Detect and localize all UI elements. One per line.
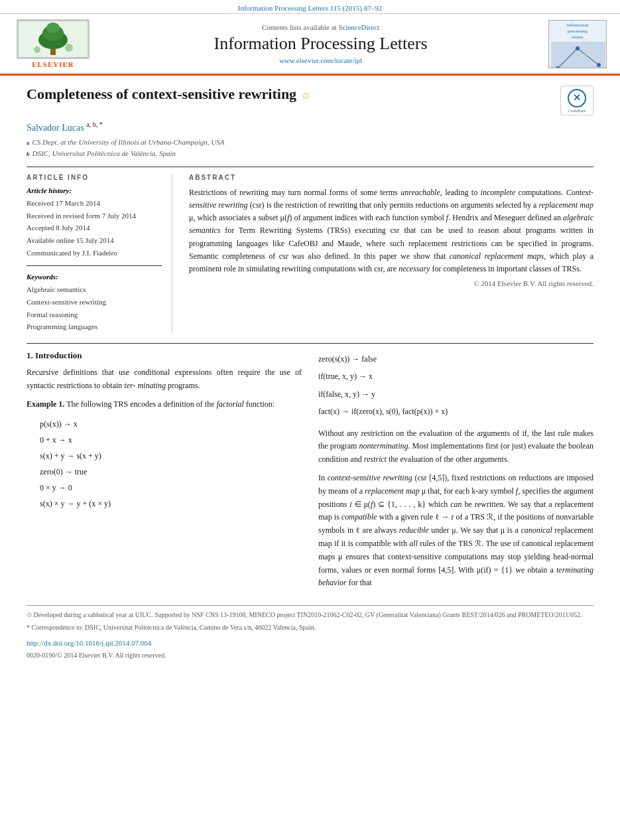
affiliation-b: b DSIC, Universitat Politècnica de Valèn…: [27, 148, 593, 160]
example-label: Example 1.: [27, 399, 64, 409]
footnote-correspondence: * Correspondence to: DSIC, Universitat P…: [27, 622, 593, 632]
affiliation-a: a CS Dept. at the University of Illinois…: [27, 137, 593, 149]
keyword-4: Programming languages: [27, 320, 162, 333]
main-content: 1. Introduction Recursive definitions th…: [27, 350, 593, 595]
keyword-1: Algebraic semantics: [27, 283, 162, 296]
footnotes-left: ✩ Developed during a sabbatical year at …: [27, 610, 593, 660]
history-received: Received 17 March 2014: [27, 197, 162, 210]
article-history-title: Article history:: [27, 186, 162, 194]
history-accepted: Accepted 8 July 2014: [27, 222, 162, 234]
affil-b-text: DSIC, Universitat Politècnica de Valènci…: [32, 148, 176, 160]
keywords-title: Keywords:: [27, 273, 162, 281]
trs-rule-4: zero(0) → true: [40, 464, 302, 480]
svg-point-11: [576, 46, 580, 50]
abstract-column: ABSTRACT Restrictions of rewriting may t…: [189, 174, 593, 333]
crossmark-label: CrossMark: [568, 109, 586, 113]
info-divider: [27, 265, 162, 266]
trs-rule-6: s(x) × y → y + (x × y): [40, 496, 302, 512]
affil-a-text: CS Dept. at the University of Illinois a…: [32, 137, 225, 149]
authors-line: Salvador Lucas a, b, *: [27, 121, 593, 133]
journal-citation-text: Information Processing Letters 115 (2015…: [238, 4, 382, 12]
elsevier-tree-icon: [17, 19, 90, 59]
article-info-label: ARTICLE INFO: [27, 174, 162, 181]
history-online: Available online 15 July 2014: [27, 234, 162, 247]
contents-available-text: Contents lists available at ScienceDirec…: [93, 23, 548, 31]
trs-rule-right-3: if(false, x, y) → y: [318, 385, 593, 403]
keyword-2: Context-sensitive rewriting: [27, 296, 162, 309]
svg-point-5: [34, 46, 40, 53]
right-paragraph-1: Without any restriction on the evaluatio…: [318, 427, 593, 466]
abstract-label: ABSTRACT: [189, 174, 593, 181]
affil-a-sup: a: [27, 138, 30, 147]
author-name[interactable]: Salvador Lucas: [27, 123, 84, 133]
section-1-title: 1. Introduction: [27, 350, 302, 361]
article-body: Completeness of context-sensitive rewrit…: [0, 76, 620, 673]
abstract-text: Restrictions of rewriting may turn norma…: [189, 186, 593, 275]
trs-rules-right: zero(s(x)) → false if(true, x, y) → x if…: [318, 350, 593, 421]
doi-link[interactable]: http://dx.doi.org/10.1016/j.ipl.2014.07.…: [27, 638, 593, 649]
journal-title: Information Processing Letters: [93, 34, 548, 54]
article-info-column: ARTICLE INFO Article history: Received 1…: [27, 174, 172, 333]
journal-url[interactable]: www.elsevier.com/locate/ipl: [93, 56, 548, 64]
crossmark-badge[interactable]: ✕ CrossMark: [560, 86, 593, 115]
journal-banner-center: Contents lists available at ScienceDirec…: [93, 23, 548, 64]
trs-rule-right-2: if(true, x, y) → x: [318, 368, 593, 385]
article-title-section: Completeness of context-sensitive rewrit…: [27, 86, 593, 115]
svg-point-4: [46, 23, 60, 33]
issn-line: 0020-0190/© 2014 Elsevier B.V. All right…: [27, 650, 593, 660]
footnote-star-text: ✩ Developed during a sabbatical year at …: [27, 610, 593, 620]
footnote-star-icon: ✩: [302, 91, 310, 101]
history-communicated: Communicated by J.I. Fiadeiro: [27, 247, 162, 259]
journal-citation-bar: Information Processing Letters 115 (2015…: [0, 0, 620, 14]
right-paragraph-2: In context-sensitive rewriting (csr [4,5…: [318, 472, 593, 590]
trs-rules-left: p(s(x)) → x 0 + x → x s(x) + y → s(x + y…: [40, 416, 302, 512]
article-title-wrapper: Completeness of context-sensitive rewrit…: [27, 86, 310, 103]
info-abstract-section: ARTICLE INFO Article history: Received 1…: [27, 174, 593, 333]
abstract-divider: [27, 343, 593, 344]
elsevier-logo: ELSEVIER: [13, 19, 93, 68]
title-divider: [27, 167, 593, 167]
svg-point-13: [597, 63, 601, 67]
svg-point-6: [65, 44, 73, 52]
trs-rule-3: s(x) + y → s(x + y): [40, 448, 302, 464]
author-superscripts: a, b, *: [86, 121, 102, 128]
affiliations: a CS Dept. at the University of Illinois…: [27, 137, 593, 160]
intro-paragraph-1: Recursive definitions that use condition…: [27, 366, 302, 393]
keyword-3: Formal reasoning: [27, 309, 162, 321]
right-column: zero(s(x)) → false if(true, x, y) → x if…: [318, 350, 593, 595]
history-revised: Received in revised form 7 July 2014: [27, 210, 162, 222]
trs-rule-5: 0 × y → 0: [40, 480, 302, 496]
elsevier-brand-name: ELSEVIER: [32, 60, 74, 68]
trs-rule-1: p(s(x)) → x: [40, 416, 302, 432]
article-title: Completeness of context-sensitive rewrit…: [27, 86, 296, 102]
journal-thumb-image: [551, 42, 604, 68]
journal-banner: ELSEVIER Contents lists available at Sci…: [0, 14, 620, 76]
trs-rule-right-4: fact(x) → if(zero(x), s(0), fact(p(x)) ×…: [318, 403, 593, 420]
word-that: that: [360, 578, 372, 587]
example-1-block: Example 1. The following TRS encodes a d…: [27, 398, 302, 411]
footnotes-section: ✩ Developed during a sabbatical year at …: [27, 605, 593, 660]
trs-rule-right-1: zero(s(x)) → false: [318, 350, 593, 368]
sciencedirect-link[interactable]: ScienceDirect: [338, 23, 379, 31]
journal-thumb-title: informationprocessingletters: [551, 23, 604, 40]
affil-b-sup: b: [27, 149, 30, 159]
left-column: 1. Introduction Recursive definitions th…: [27, 350, 302, 595]
journal-thumbnail: informationprocessingletters: [548, 20, 607, 68]
trs-rule-2: 0 + x → x: [40, 432, 302, 448]
copyright-notice: © 2014 Elsevier B.V. All rights reserved…: [189, 279, 593, 287]
crossmark-icon: ✕: [568, 89, 586, 107]
